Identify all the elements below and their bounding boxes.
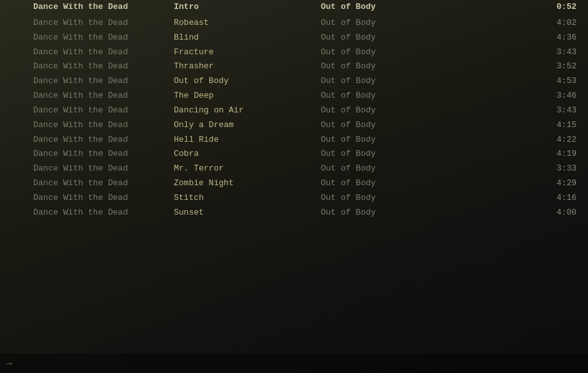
track-row[interactable]: Dance With the Dead Hell Ride Out of Bod… xyxy=(0,133,588,148)
track-row[interactable]: Dance With the Dead The Deep Out of Body… xyxy=(0,89,588,103)
track-title: Robeast xyxy=(174,17,321,29)
track-album: Out of Body xyxy=(321,61,468,73)
track-album: Out of Body xyxy=(321,32,468,44)
track-artist: Dance With the Dead xyxy=(33,105,174,117)
track-album: Out of Body xyxy=(321,75,468,88)
track-title: The Deep xyxy=(174,90,321,102)
track-title: Mr. Terror xyxy=(174,163,321,175)
track-artist: Dance With the Dead xyxy=(33,61,174,73)
track-duration: 3:52 xyxy=(468,61,582,73)
track-title: Out of Body xyxy=(174,75,321,88)
track-title: Thrasher xyxy=(174,61,321,73)
track-album: Out of Body xyxy=(321,105,468,117)
header-artist: Dance With the Dead xyxy=(33,1,174,13)
track-title: Fracture xyxy=(174,47,321,59)
track-duration: 3:43 xyxy=(468,105,582,117)
header-duration: 0:52 xyxy=(468,1,582,13)
track-duration: 4:02 xyxy=(468,17,582,29)
track-artist: Dance With the Dead xyxy=(33,47,174,59)
track-artist: Dance With the Dead xyxy=(33,134,174,146)
track-row[interactable]: Dance With the Dead Dancing on Air Out o… xyxy=(0,103,588,118)
track-row[interactable]: Dance With the Dead Fracture Out of Body… xyxy=(0,45,588,60)
header-album: Out of Body xyxy=(321,1,468,13)
track-duration: 4:22 xyxy=(468,134,582,146)
track-duration: 4:00 xyxy=(468,207,582,219)
track-title: Cobra xyxy=(174,148,321,160)
track-album: Out of Body xyxy=(321,47,468,59)
track-artist: Dance With the Dead xyxy=(33,32,174,44)
track-row[interactable]: Dance With the Dead Out of Body Out of B… xyxy=(0,74,588,89)
track-duration: 4:15 xyxy=(468,119,582,132)
bottom-bar: → xyxy=(0,354,588,373)
track-album: Out of Body xyxy=(321,134,468,146)
track-album: Out of Body xyxy=(321,192,468,204)
track-title: Only a Dream xyxy=(174,119,321,132)
track-duration: 4:29 xyxy=(468,178,582,190)
track-row[interactable]: Dance With the Dead Cobra Out of Body 4:… xyxy=(0,147,588,162)
track-title: Hell Ride xyxy=(174,134,321,146)
track-duration: 4:36 xyxy=(468,32,582,44)
track-duration: 3:43 xyxy=(468,47,582,59)
track-artist: Dance With the Dead xyxy=(33,148,174,160)
track-duration: 4:16 xyxy=(468,192,582,204)
track-row[interactable]: Dance With the Dead Sunset Out of Body 4… xyxy=(0,206,588,220)
track-artist: Dance With the Dead xyxy=(33,90,174,102)
track-album: Out of Body xyxy=(321,119,468,132)
track-list: Dance With the Dead Intro Out of Body 0:… xyxy=(0,0,588,220)
track-artist: Dance With the Dead xyxy=(33,178,174,190)
track-artist: Dance With the Dead xyxy=(33,192,174,204)
track-row[interactable]: Dance With the Dead Blind Out of Body 4:… xyxy=(0,31,588,45)
header-title: Intro xyxy=(174,1,321,13)
track-duration: 4:53 xyxy=(468,75,582,88)
track-row[interactable]: Dance With the Dead Mr. Terror Out of Bo… xyxy=(0,162,588,176)
track-artist: Dance With the Dead xyxy=(33,163,174,175)
track-artist: Dance With the Dead xyxy=(33,207,174,219)
track-artist: Dance With the Dead xyxy=(33,119,174,132)
track-album: Out of Body xyxy=(321,163,468,175)
track-album: Out of Body xyxy=(321,148,468,160)
track-row[interactable]: Dance With the Dead Only a Dream Out of … xyxy=(0,118,588,133)
track-row[interactable]: Dance With the Dead Thrasher Out of Body… xyxy=(0,59,588,74)
track-album: Out of Body xyxy=(321,207,468,219)
track-title: Zombie Night xyxy=(174,178,321,190)
track-title: Sunset xyxy=(174,207,321,219)
track-artist: Dance With the Dead xyxy=(33,17,174,29)
track-row[interactable]: Dance With the Dead Zombie Night Out of … xyxy=(0,176,588,191)
track-duration: 4:19 xyxy=(468,148,582,160)
arrow-icon: → xyxy=(6,358,12,369)
track-title: Blind xyxy=(174,32,321,44)
track-title: Dancing on Air xyxy=(174,105,321,117)
track-duration: 3:33 xyxy=(468,163,582,175)
track-artist: Dance With the Dead xyxy=(33,75,174,88)
track-row[interactable]: Dance With the Dead Stitch Out of Body 4… xyxy=(0,191,588,206)
track-album: Out of Body xyxy=(321,90,468,102)
track-duration: 3:46 xyxy=(468,90,582,102)
track-title: Stitch xyxy=(174,192,321,204)
track-album: Out of Body xyxy=(321,178,468,190)
track-row[interactable]: Dance With the Dead Robeast Out of Body … xyxy=(0,16,588,31)
track-list-header: Dance With the Dead Intro Out of Body 0:… xyxy=(0,0,588,16)
track-album: Out of Body xyxy=(321,17,468,29)
